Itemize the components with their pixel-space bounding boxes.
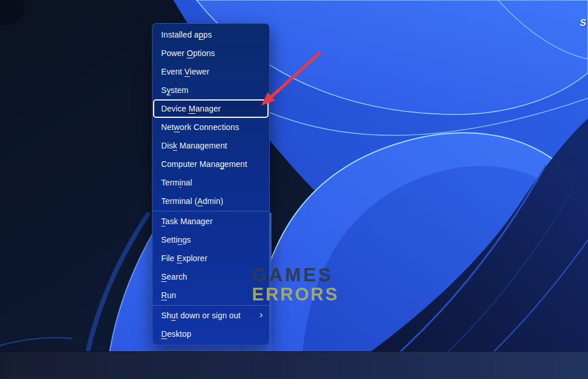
menu-item-label: Run: [161, 291, 176, 300]
menu-item-desktop[interactable]: Desktop: [152, 325, 269, 343]
desktop-wallpaper: [0, 0, 588, 379]
menu-item-search[interactable]: Search: [152, 267, 269, 286]
menu-item-file-explorer[interactable]: File Explorer: [152, 249, 269, 267]
menu-item-power-options[interactable]: Power Options: [152, 44, 269, 62]
menu-item-device-manager[interactable]: Device Manager: [152, 99, 269, 118]
menu-item-disk-management[interactable]: Disk Management: [152, 136, 269, 155]
menu-separator: [152, 211, 269, 211]
menu-item-settings[interactable]: Settings: [152, 231, 269, 249]
menu-item-label: Power Options: [161, 49, 215, 58]
menu-item-label: Settings: [161, 235, 191, 244]
menu-item-label: Shut down or sign out: [161, 311, 241, 320]
menu-item-network-connections[interactable]: Network Connections: [152, 118, 269, 136]
submenu-chevron-icon: ›: [259, 309, 263, 321]
menu-item-label: Terminal: [161, 178, 192, 187]
menu-item-task-manager[interactable]: Task Manager: [152, 212, 269, 231]
menu-item-label: Installed apps: [161, 30, 212, 39]
menu-item-label: Task Manager: [161, 217, 213, 226]
menu-item-label: Event Viewer: [161, 67, 209, 76]
taskbar: Search: [0, 351, 588, 379]
menu-item-installed-apps[interactable]: Installed apps: [152, 25, 269, 44]
menu-item-label: System: [161, 86, 188, 95]
menu-separator: [152, 305, 269, 306]
menu-item-label: Terminal (Admin): [161, 196, 223, 206]
menu-item-label: Search: [161, 272, 187, 281]
menu-item-label: Device Manager: [161, 104, 221, 113]
menu-item-label: Network Connections: [161, 122, 239, 132]
menu-item-label: Disk Management: [161, 141, 227, 150]
context-menu: Installed appsPower OptionsEvent ViewerS…: [152, 23, 270, 345]
menu-item-terminal[interactable]: Terminal: [152, 173, 269, 192]
menu-item-event-viewer[interactable]: Event Viewer: [152, 62, 269, 81]
menu-item-system[interactable]: System: [152, 81, 269, 99]
menu-item-computer-management[interactable]: Computer Management: [152, 155, 269, 173]
menu-item-label: File Explorer: [161, 254, 207, 263]
menu-item-label: Desktop: [161, 329, 191, 339]
menu-item-run[interactable]: Run: [152, 286, 269, 304]
menu-item-shut-down-or-sign-out[interactable]: Shut down or sign out›: [152, 306, 269, 325]
menu-item-terminal-admin[interactable]: Terminal (Admin): [152, 192, 269, 210]
menu-item-label: Computer Management: [161, 159, 247, 169]
cropped-corner-text: S: [580, 18, 586, 28]
